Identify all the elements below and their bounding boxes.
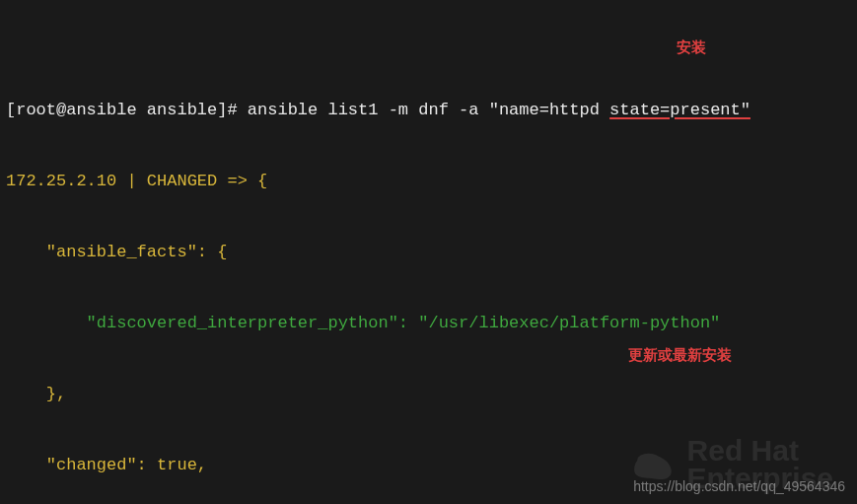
output-host-line: 172.25.2.10 | CHANGED => { — [6, 170, 851, 193]
output-line: }, — [6, 383, 851, 406]
terminal-window[interactable]: [root@ansible ansible]# ansible list1 -m… — [0, 0, 857, 504]
annotation-update: 更新或最新安装 — [628, 343, 732, 367]
annotation-install: 安装 — [677, 36, 706, 59]
output-line: "discovered_interpreter_python": "/usr/l… — [6, 312, 851, 335]
svg-point-0 — [637, 454, 660, 467]
shell-prompt: [root@ansible ansible]# — [6, 101, 248, 119]
output-line: "ansible_facts": { — [6, 241, 851, 264]
host-ip: 172.25.2.10 — [6, 172, 116, 190]
command-line-1: [root@ansible ansible]# ansible list1 -m… — [6, 99, 851, 122]
csdn-watermark: https://blog.csdn.net/qq_49564346 — [633, 474, 845, 498]
command-highlight: state=present" — [609, 101, 750, 119]
command-text: ansible list1 -m dnf -a "name=httpd — [248, 101, 609, 119]
changed-marker: | CHANGED => { — [116, 172, 267, 190]
